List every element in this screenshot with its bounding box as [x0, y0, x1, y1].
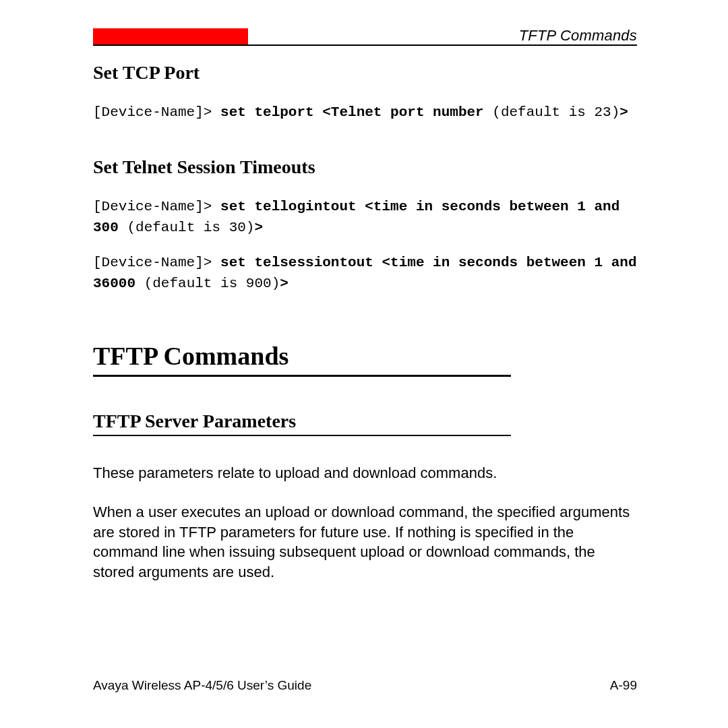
default-text: (default is 23) [492, 104, 619, 120]
paragraph-detail: When a user executes an upload or downlo… [93, 502, 637, 582]
header-bar: TFTP Commands [93, 28, 637, 46]
code-set-telsessiontout: [Device-Name]> set telsessiontout <time … [93, 253, 637, 294]
default-text: (default is 900) [144, 276, 280, 291]
prompt-text: [Device-Name]> [93, 199, 220, 214]
command-text: set telport <Telnet port number [220, 104, 492, 120]
code-set-telport: [Device-Name]> set telport <Telnet port … [93, 102, 637, 123]
command-end: > [619, 104, 628, 120]
brand-colorblock [93, 28, 248, 44]
footer-left: Avaya Wireless AP-4/5/6 User’s Guide [93, 678, 311, 693]
command-end: > [280, 276, 289, 291]
prompt-text: [Device-Name]> [93, 104, 220, 120]
heading-tftp-server-parameters: TFTP Server Parameters [93, 411, 637, 432]
paragraph-intro: These parameters relate to upload and do… [93, 463, 637, 483]
footer-right: A-99 [610, 678, 637, 693]
title-rule [93, 375, 511, 377]
header-breadcrumb: TFTP Commands [519, 27, 637, 44]
prompt-text: [Device-Name]> [93, 255, 220, 270]
subsection-rule [93, 435, 511, 436]
heading-tftp-commands: TFTP Commands [93, 341, 637, 371]
default-text: (default is 30) [127, 220, 254, 235]
page-footer: Avaya Wireless AP-4/5/6 User’s Guide A-9… [93, 678, 637, 693]
document-page: TFTP Commands Set TCP Port [Device-Name]… [0, 0, 728, 728]
code-set-tellogintout: [Device-Name]> set tellogintout <time in… [93, 197, 637, 238]
command-end: > [254, 220, 263, 235]
heading-set-tcp-port: Set TCP Port [93, 62, 637, 84]
heading-set-telnet-timeouts: Set Telnet Session Timeouts [93, 156, 637, 178]
